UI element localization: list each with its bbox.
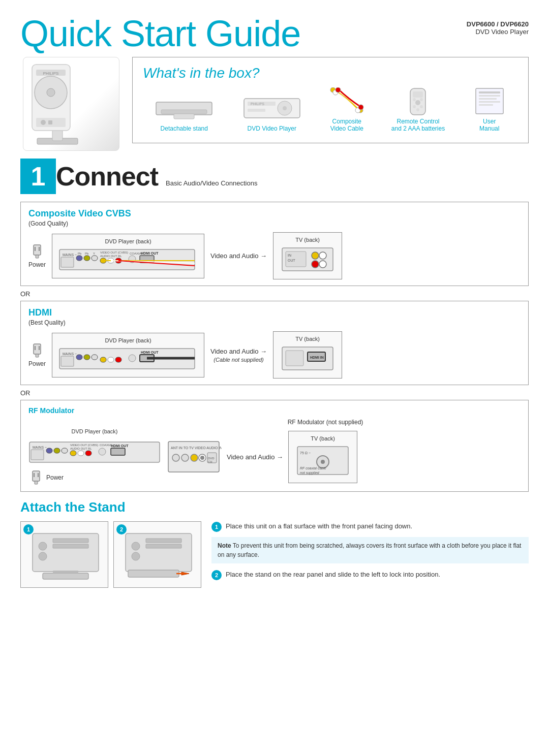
cvbs-quality: (Good Quality) — [28, 220, 521, 227]
rf-modulator-box-area: ANT IN TO TV VIDEO AUDIO IN DVD CH — [166, 436, 222, 477]
cvbs-power-section: Power — [28, 244, 46, 268]
stand-img — [154, 94, 215, 122]
svg-rect-101 — [70, 451, 76, 456]
box-item-dvd: PHILIPS DVD Video Player — [241, 94, 302, 132]
svg-rect-83 — [108, 357, 114, 362]
instruction-text-1: Place this unit on a flat surface with t… — [226, 521, 412, 531]
svg-rect-45 — [61, 257, 74, 267]
svg-text:ANT IN  TO TV VIDEO  AUDIO IN: ANT IN TO TV VIDEO AUDIO IN — [171, 446, 222, 450]
svg-rect-85 — [129, 355, 136, 362]
svg-text:MAINS ~: MAINS ~ — [63, 253, 77, 257]
connection-cvbs: Composite Video CVBS (Good Quality) Powe… — [20, 202, 529, 286]
svg-rect-133 — [43, 573, 88, 579]
rf-tv-diagram: TV (back) 75 Ω ~ RF coaxial cable not su… — [288, 431, 357, 483]
rf-diagram-wrapper: RF Modulator (not supplied) DVD Player (… — [28, 419, 521, 485]
section-subtitle: Basic Audio/Video Connections — [166, 179, 257, 187]
svg-rect-9 — [48, 120, 52, 124]
cvbs-dvd-diagram: DVD Player (back) MAINS ~ Pb Pb Y VIDEO … — [52, 234, 204, 278]
instruction-num-1: 1 — [211, 522, 222, 532]
svg-point-114 — [172, 454, 179, 461]
top-row: PHILIPS What's in the box? Detachable st… — [20, 57, 529, 151]
hdmi-tv-back-svg: HDMI IN — [280, 344, 336, 372]
svg-rect-73 — [36, 354, 39, 357]
cvbs-tv-diagram: TV (back) IN OUT — [273, 232, 342, 279]
svg-rect-17 — [248, 109, 265, 112]
product-image: PHILIPS — [23, 57, 119, 151]
cvbs-arrow-area: Video and Audio → — [210, 252, 267, 260]
svg-rect-130 — [53, 544, 88, 548]
svg-point-67 — [312, 261, 319, 268]
svg-rect-79 — [76, 355, 82, 360]
svg-rect-81 — [92, 355, 98, 360]
page-title: Quick Start Guide — [20, 15, 300, 52]
svg-text:AUDIO OUT RL: AUDIO OUT RL — [100, 255, 122, 258]
svg-text:MAINS ~: MAINS ~ — [33, 446, 47, 449]
rf-modulator-svg: ANT IN TO TV VIDEO AUDIO IN DVD CH — [166, 436, 222, 477]
svg-rect-140 — [128, 570, 179, 577]
hdmi-tv-label: TV (back) — [280, 336, 336, 342]
stand-step2-svg — [118, 526, 197, 582]
svg-rect-102 — [78, 451, 84, 456]
note-box: Note To prevent this unit from being scr… — [211, 537, 529, 563]
svg-text:RF coaxial cable: RF coaxial cable — [300, 466, 326, 470]
manual-img — [472, 87, 507, 115]
svg-rect-105 — [99, 448, 106, 455]
attach-stand-section: Attach the Stand 1 — [20, 499, 529, 588]
svg-text:HDMI OUT: HDMI OUT — [111, 444, 129, 448]
svg-point-4 — [47, 88, 55, 97]
hdmi-dvd-label: DVD Player (back) — [58, 337, 198, 343]
svg-rect-129 — [53, 539, 88, 543]
instruction-1: 1 Place this unit on a flat surface with… — [211, 521, 529, 532]
rf-power-icon — [28, 470, 44, 485]
cvbs-diagram: Power DVD Player (back) MAINS ~ Pb Pb Y … — [28, 232, 521, 279]
cvbs-dvd-label: DVD Player (back) — [58, 238, 198, 244]
svg-text:HDMI IN: HDMI IN — [310, 356, 324, 359]
instruction-num-2: 2 — [211, 570, 222, 580]
svg-rect-11 — [161, 110, 207, 114]
cvbs-power-label: Power — [28, 261, 46, 268]
dvd-player-svg: PHILIPS — [27, 59, 116, 148]
svg-text:Pb: Pb — [78, 252, 82, 255]
svg-point-24 — [358, 105, 363, 110]
cable-img — [329, 87, 364, 115]
hdmi-power-icon — [29, 343, 45, 358]
svg-text:AUDIO OUT RL: AUDIO OUT RL — [70, 447, 92, 450]
rf-tv-back-svg: 75 Ω ~ RF coaxial cable not supplied — [295, 444, 351, 477]
cvbs-type: Composite Video CVBS — [28, 208, 521, 219]
cvbs-va-label: Video and Audio → — [210, 252, 267, 260]
svg-rect-98 — [62, 448, 68, 453]
svg-rect-36 — [479, 98, 497, 100]
svg-point-28 — [413, 98, 416, 101]
section-number: 1 — [20, 159, 56, 194]
svg-rect-47 — [76, 256, 82, 261]
svg-point-68 — [319, 261, 326, 268]
svg-text:IN: IN — [288, 254, 291, 257]
svg-rect-92 — [286, 351, 303, 366]
whats-in-box-section: What's in the box? Detachable stand — [132, 57, 529, 143]
svg-rect-37 — [479, 101, 500, 103]
rf-arrow-area: Video and Audio → — [227, 453, 283, 461]
svg-point-15 — [283, 106, 287, 110]
stand-instructions: 1 Place this unit on a flat surface with… — [211, 521, 529, 588]
svg-text:not supplied: not supplied — [300, 471, 320, 475]
note-text: To prevent this unit from being scratche… — [218, 542, 521, 558]
cable-label: CompositeVideo Cable — [330, 118, 363, 132]
svg-point-139 — [132, 552, 140, 560]
svg-text:OUT: OUT — [288, 259, 296, 262]
svg-text:VIDEO OUT (CVBS): VIDEO OUT (CVBS) — [100, 251, 128, 254]
product-image-area: PHILIPS — [20, 57, 122, 151]
stand-label: Detachable stand — [161, 125, 208, 132]
svg-point-125 — [321, 460, 325, 464]
instruction-2-wrapper: 2 Place the stand on the rear panel and … — [211, 570, 529, 580]
connection-hdmi: HDMI (Best Quality) Power DVD Player (ba… — [20, 301, 529, 385]
svg-text:HDMI OUT: HDMI OUT — [141, 351, 159, 354]
svg-point-115 — [181, 454, 189, 461]
svg-rect-84 — [115, 357, 121, 362]
svg-rect-136 — [146, 539, 181, 543]
svg-point-32 — [416, 108, 419, 111]
svg-text:PHILIPS: PHILIPS — [43, 71, 58, 76]
svg-point-65 — [312, 252, 319, 259]
svg-rect-51 — [92, 256, 98, 261]
box-items-row: Detachable stand PHILIPS DVD Video Playe… — [143, 87, 518, 132]
remote-img — [404, 87, 432, 115]
